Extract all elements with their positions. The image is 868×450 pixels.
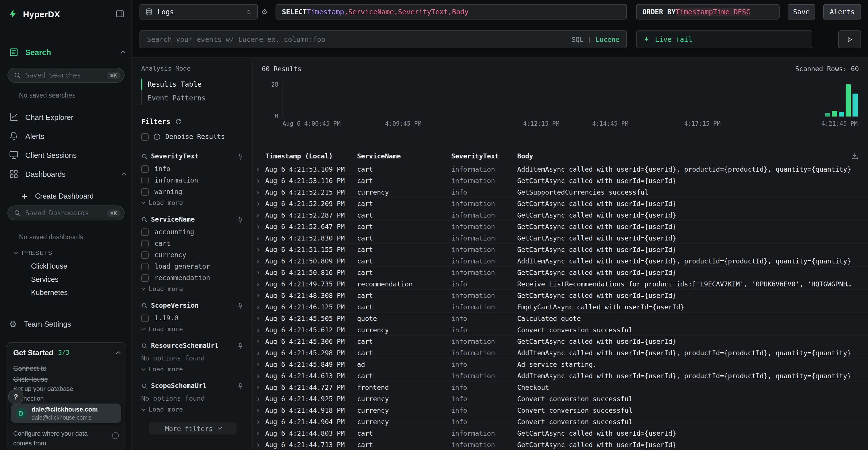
collapse-sidebar-icon[interactable] xyxy=(115,9,125,19)
checkbox[interactable] xyxy=(141,314,149,322)
mode-event-patterns[interactable]: Event Patterns xyxy=(142,91,244,105)
checkbox[interactable] xyxy=(141,251,149,259)
sidebar-item-alerts[interactable]: Alerts xyxy=(9,129,126,143)
preset-item-services[interactable]: Services xyxy=(31,276,59,284)
row-expand-chevron[interactable]: › xyxy=(256,314,265,322)
row-expand-chevron[interactable]: › xyxy=(256,257,265,265)
row-expand-chevron[interactable]: › xyxy=(256,165,265,173)
row-expand-chevron[interactable]: › xyxy=(256,245,265,253)
save-button[interactable]: Save xyxy=(787,4,815,20)
event-search-input[interactable] xyxy=(147,35,567,43)
row-expand-chevron[interactable]: › xyxy=(256,291,265,299)
row-expand-chevron[interactable]: › xyxy=(256,372,265,380)
load-more[interactable]: Load more xyxy=(141,197,244,208)
row-expand-chevron[interactable]: › xyxy=(256,360,265,368)
table-row[interactable]: › Aug 6 4:21:53.109 PM cart information … xyxy=(253,164,868,175)
table-row[interactable]: › Aug 6 4:21:44.713 PM cart information … xyxy=(253,439,868,450)
pin-icon[interactable] xyxy=(237,301,244,309)
table-row[interactable]: › Aug 6 4:21:52.215 PM currency info Get… xyxy=(253,187,868,198)
checkbox[interactable] xyxy=(141,176,149,184)
row-expand-chevron[interactable]: › xyxy=(256,337,265,345)
table-row[interactable]: › Aug 6 4:21:52.647 PM cart information … xyxy=(253,221,868,232)
live-tail-button[interactable]: Live Tail xyxy=(636,30,812,48)
table-row[interactable]: › Aug 6 4:21:48.308 PM cart information … xyxy=(253,290,868,301)
table-row[interactable]: › Aug 6 4:21:44.727 PM frontend info Che… xyxy=(253,382,868,393)
checkbox[interactable] xyxy=(141,188,149,195)
table-row[interactable]: › Aug 6 4:21:52.830 PM cart information … xyxy=(253,232,868,244)
table-row[interactable]: › Aug 6 4:21:45.306 PM cart information … xyxy=(253,336,868,347)
filter-option[interactable]: information xyxy=(141,174,244,186)
checkbox[interactable] xyxy=(141,228,149,236)
filter-option[interactable]: load-generator xyxy=(141,261,244,272)
table-row[interactable]: › Aug 6 4:21:45.612 PM currency info Con… xyxy=(253,324,868,336)
source-select[interactable]: Logs xyxy=(140,4,258,20)
create-dashboard-button[interactable]: Create Dashboard xyxy=(21,189,126,203)
table-row[interactable]: › Aug 6 4:21:44.925 PM currency info Con… xyxy=(253,393,868,405)
filter-option[interactable]: info xyxy=(141,163,244,174)
saved-dashboards-input[interactable]: Saved Dashboards ⌘K xyxy=(7,205,125,220)
sidebar-item-team-settings[interactable]: ⚙ Team Settings xyxy=(9,317,126,331)
pin-icon[interactable] xyxy=(237,382,244,389)
row-expand-chevron[interactable]: › xyxy=(256,429,265,437)
select-columns-input[interactable]: SELECT Timestamp,ServiceName,SeverityTex… xyxy=(276,4,627,20)
column-header-severitytext[interactable]: SeverityText xyxy=(451,152,517,160)
sidebar-item-dashboards[interactable]: Dashboards xyxy=(9,167,126,181)
row-expand-chevron[interactable]: › xyxy=(256,176,265,185)
denoise-results-toggle[interactable]: Denoise Results xyxy=(141,131,244,142)
alerts-button[interactable]: Alerts xyxy=(823,4,861,20)
table-row[interactable]: › Aug 6 4:21:45.849 PM ad info Ad servic… xyxy=(253,359,868,370)
source-settings-gear-icon[interactable]: ⚙ xyxy=(262,7,267,16)
checkbox[interactable] xyxy=(141,165,149,172)
pin-icon[interactable] xyxy=(237,342,244,349)
sql-toggle[interactable]: SQL xyxy=(571,35,584,43)
help-button[interactable]: ? xyxy=(8,389,24,405)
export-download-icon[interactable] xyxy=(851,152,859,160)
filter-option[interactable]: recommendation xyxy=(141,272,244,284)
order-by-input[interactable]: ORDER BY TimestampTime DESC xyxy=(636,4,780,20)
saved-searches-input[interactable]: Saved Searches ⌘K xyxy=(7,68,125,83)
row-expand-chevron[interactable]: › xyxy=(256,199,265,207)
table-row[interactable]: › Aug 6 4:21:51.155 PM cart information … xyxy=(253,244,868,255)
table-row[interactable]: › Aug 6 4:21:44.803 PM cart information … xyxy=(253,428,868,439)
column-header-servicename[interactable]: ServiceName xyxy=(357,152,451,160)
pin-icon[interactable] xyxy=(237,216,244,223)
presets-section-header[interactable]: PRESETS xyxy=(14,249,52,256)
row-expand-chevron[interactable]: › xyxy=(256,268,265,277)
load-more[interactable]: Load more xyxy=(141,284,244,294)
load-more[interactable]: Load more xyxy=(141,324,244,334)
row-expand-chevron[interactable]: › xyxy=(256,395,265,403)
refresh-icon[interactable] xyxy=(175,118,182,125)
table-row[interactable]: › Aug 6 4:21:44.918 PM currency info Con… xyxy=(253,405,868,416)
table-row[interactable]: › Aug 6 4:21:46.125 PM cart information … xyxy=(253,301,868,313)
row-expand-chevron[interactable]: › xyxy=(256,441,265,449)
chevron-up-icon[interactable] xyxy=(121,51,125,55)
load-more[interactable]: Load more xyxy=(141,364,244,374)
checkbox[interactable] xyxy=(141,239,149,247)
table-row[interactable]: › Aug 6 4:21:50.809 PM cart information … xyxy=(253,255,868,267)
table-row[interactable]: › Aug 6 4:21:50.816 PM cart information … xyxy=(253,267,868,278)
row-expand-chevron[interactable]: › xyxy=(256,349,265,357)
filter-option[interactable]: cart xyxy=(141,237,244,249)
pin-icon[interactable] xyxy=(237,152,244,160)
user-account-row[interactable]: D dale@clickhouse.com dale@clickhouse.co… xyxy=(11,404,121,423)
get-started-step-configure[interactable]: Configure where your data comes from xyxy=(13,429,88,448)
table-row[interactable]: › Aug 6 4:21:45.298 PM cart information … xyxy=(253,347,868,359)
run-query-button[interactable] xyxy=(838,30,861,48)
table-row[interactable]: › Aug 6 4:21:44.613 PM cart information … xyxy=(253,370,868,382)
table-row[interactable]: › Aug 6 4:21:45.505 PM quote info Calcul… xyxy=(253,313,868,324)
row-expand-chevron[interactable]: › xyxy=(256,280,265,288)
checkbox[interactable] xyxy=(141,133,149,140)
table-row[interactable]: › Aug 6 4:21:53.116 PM cart information … xyxy=(253,175,868,187)
row-expand-chevron[interactable]: › xyxy=(256,418,265,426)
checkbox[interactable] xyxy=(141,263,149,270)
table-row[interactable]: › Aug 6 4:21:52.209 PM cart information … xyxy=(253,198,868,210)
load-more[interactable]: Load more xyxy=(141,404,244,414)
row-expand-chevron[interactable]: › xyxy=(256,303,265,311)
row-expand-chevron[interactable]: › xyxy=(256,222,265,230)
column-header-timestamp[interactable]: Timestamp (Local) xyxy=(265,152,357,160)
filter-option[interactable]: 1.19.0 xyxy=(141,312,244,324)
filter-option[interactable]: accounting xyxy=(141,226,244,237)
sidebar-section-search[interactable]: Search xyxy=(9,46,125,59)
row-expand-chevron[interactable]: › xyxy=(256,211,265,219)
mode-results-table[interactable]: Results Table xyxy=(142,77,244,91)
